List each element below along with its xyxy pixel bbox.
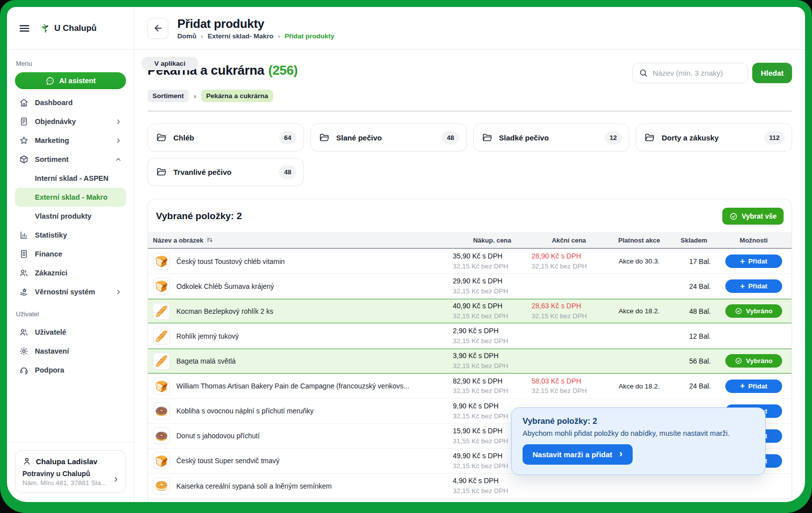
bar-chart-icon <box>19 230 29 240</box>
app-window: U Chalupů Menu AI asistent Dashboard <box>7 7 805 502</box>
chevron-up-icon <box>115 156 122 163</box>
add-button[interactable]: Přidat <box>725 380 782 393</box>
product-name: Bageta malá světlá <box>176 357 236 365</box>
product-name: Český toust Super sendvič tmavý <box>176 457 279 465</box>
breadcrumb-warehouse[interactable]: Externí sklad- Makro <box>196 32 273 40</box>
product-image: 🍩 <box>153 427 170 444</box>
count-badge: 48 <box>442 131 459 144</box>
package-icon <box>19 154 29 164</box>
divider <box>147 111 792 112</box>
sidebar-item-settings[interactable]: Nastavení <box>15 342 126 361</box>
user-card[interactable]: Chalupa Ladislav Potraviny u Chalupů Nám… <box>15 450 126 493</box>
category-breadcrumb: Sortiment Pekárna a cukrárna <box>147 90 792 102</box>
brand-logo-icon <box>40 23 51 34</box>
column-header-validity: Platnost akce <box>606 237 672 244</box>
category-card-trvanlive-pecivo[interactable]: Trvanlivé pečivo 48 <box>147 158 304 186</box>
subcategory-cards: Chléb 64 Slané pečivo 48 Sladké pečivo 1… <box>147 124 792 186</box>
product-name: Český toust Toustový chléb vitamin <box>176 257 285 265</box>
table-row: 🥯Kaiserka cereální sypaná solí a lněným … <box>148 473 792 498</box>
product-name: William Thomas Artisan Bakery Pain de Ca… <box>176 382 409 390</box>
selected-items-title: Vybrané položky: 2 <box>156 211 242 222</box>
sidebar-item-dashboard[interactable]: Dashboard <box>15 93 126 112</box>
sidebar-item-marketing[interactable]: Marketing <box>15 131 126 150</box>
set-margin-button[interactable]: Nastavit marži a přidat <box>523 444 633 465</box>
brand: U Chalupů <box>40 23 97 34</box>
check-circle-icon <box>735 357 742 365</box>
product-name: Donut s jahodovou příchutí <box>176 432 260 440</box>
sidebar-item-orders[interactable]: Objednávky <box>15 112 126 131</box>
table-row: 🥖Rohlík jemný tukový 2,90 Kč s DPH32,15 … <box>148 323 792 348</box>
count-badge: 64 <box>279 131 296 144</box>
sort-icon <box>206 237 213 244</box>
product-image: 🥖 <box>153 303 170 320</box>
check-circle-icon <box>729 212 738 221</box>
breadcrumb: Domů Externí sklad- Makro Přidat produkt… <box>177 32 334 40</box>
column-header-options: Možnosti <box>716 237 792 244</box>
divider <box>7 442 134 442</box>
chip-current-category: Pekárna a cukrárna <box>201 90 273 102</box>
chip-sortiment[interactable]: Sortiment <box>147 90 189 102</box>
product-image: 🍞 <box>153 278 170 295</box>
sidebar-item-users[interactable]: Uživatelé <box>15 323 126 342</box>
selected-items-toast: Vybrané položky: 2 Abychom mohli přidat … <box>511 407 766 475</box>
category-card-dorty-a-zakusky[interactable]: Dorty a zákusky 112 <box>636 124 792 151</box>
user-section-label: Uživatel <box>16 310 126 318</box>
select-all-button[interactable]: Vybrat vše <box>722 208 784 225</box>
chevron-right-icon <box>115 118 122 126</box>
plus-icon <box>740 282 745 291</box>
ai-assistant-label: AI asistent <box>59 77 96 85</box>
selected-button[interactable]: Vybráno <box>725 304 782 318</box>
person-icon <box>22 457 31 466</box>
sidebar: U Chalupů Menu AI asistent Dashboard <box>7 7 135 502</box>
sidebar-item-loyalty[interactable]: Věrnostní systém <box>15 282 126 301</box>
product-image: 🍩 <box>153 402 170 419</box>
breadcrumb-current: Přidat produkty <box>273 32 334 40</box>
table-row: 🍞William Thomas Artisan Bakery Pain de C… <box>148 374 792 398</box>
user-name: Chalupa Ladislav <box>36 457 97 466</box>
column-header-sale-price: Akční cena <box>532 237 606 244</box>
product-name: Kocman Bezlepkový rohlík 2 ks <box>176 307 273 315</box>
count-badge: 12 <box>605 131 622 144</box>
category-card-chleb[interactable]: Chléb 64 <box>147 124 304 151</box>
sidebar-item-customers[interactable]: Zákazníci <box>15 263 126 282</box>
sidebar-item-finance[interactable]: Finance <box>15 245 126 263</box>
chevron-separator-icon <box>194 92 196 100</box>
in-app-button[interactable]: V aplikaci <box>141 57 198 70</box>
sidebar-item-support[interactable]: Podpora <box>15 361 126 380</box>
sidebar-nav: Menu AI asistent Dashboard <box>7 50 134 442</box>
invoice-icon <box>19 249 29 259</box>
sidebar-subitem-vlastni-produkty[interactable]: Vlastní produkty <box>15 207 126 226</box>
users-icon <box>19 327 29 337</box>
sidebar-header: U Chalupů <box>7 7 134 50</box>
category-count: (256) <box>269 63 298 78</box>
category-card-sladke-pecivo[interactable]: Sladké pečivo 12 <box>473 124 630 151</box>
selected-button[interactable]: Vybráno <box>725 354 782 368</box>
product-image: 🍞 <box>153 452 170 469</box>
table-row: 🥐Croissant máslový 12,90 Kč s DPH32,15 K… <box>148 498 792 502</box>
table-row: 🍞Odkolek Chléb Šumava krájený 29,90 Kč s… <box>148 273 792 298</box>
page-title: Přidat produkty <box>177 17 334 31</box>
product-image: 🥖 <box>153 353 170 370</box>
chevron-right-icon <box>112 476 120 483</box>
column-header-name[interactable]: Název a obrázek <box>148 237 453 244</box>
category-card-slane-pecivo[interactable]: Slané pečivo 48 <box>310 124 467 151</box>
plus-icon <box>740 382 745 390</box>
toast-message: Abychom mohli přidat položky do nabídky,… <box>523 429 754 437</box>
product-name: Kaiserka cereální sypaná solí a lněným s… <box>176 482 332 490</box>
breadcrumb-home[interactable]: Domů <box>177 32 196 40</box>
product-image: 🍞 <box>153 253 170 270</box>
search-button[interactable]: Hledat <box>752 63 792 83</box>
add-button[interactable]: Přidat <box>725 279 782 293</box>
add-button[interactable]: Přidat <box>725 255 782 268</box>
home-icon <box>19 98 29 108</box>
search-input[interactable] <box>653 69 742 77</box>
sidebar-subitem-interni-sklad[interactable]: Interní sklad - ASPEN <box>15 169 126 188</box>
gear-icon <box>19 346 29 356</box>
sidebar-subitem-externi-sklad[interactable]: Externí sklad - Makro <box>15 188 126 207</box>
hamburger-menu-icon[interactable] <box>16 20 33 37</box>
sidebar-item-statistics[interactable]: Statistiky <box>15 226 126 245</box>
back-button[interactable] <box>147 18 168 39</box>
ai-assistant-button[interactable]: AI asistent <box>15 72 126 89</box>
sidebar-item-sortiment[interactable]: Sortiment <box>15 150 126 169</box>
table-header: Název a obrázek Nákup. cena Akční cena P… <box>148 232 792 249</box>
